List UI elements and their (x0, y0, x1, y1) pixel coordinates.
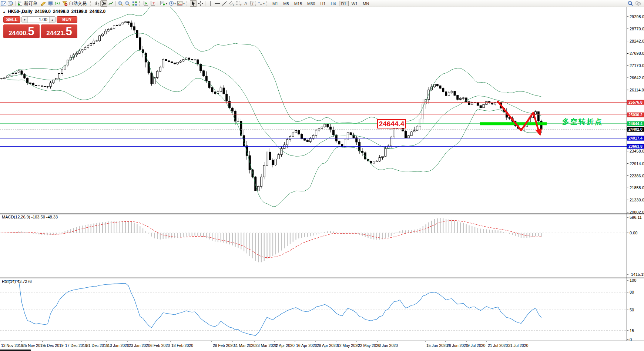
horizontal-line-icon[interactable] (214, 0, 221, 7)
rsi-label: RSI(14) 43.7276 (2, 279, 32, 284)
buy-price-main: 24421 (46, 27, 64, 39)
chart-title: ▲ HK50-,Daily 24199.0 24499.0 24199.0 24… (3, 9, 105, 14)
buy-button[interactable]: BUY (57, 16, 77, 23)
expand-marker-icon[interactable]: ▲ (3, 10, 6, 14)
templates-icon[interactable]: ▾ (177, 0, 185, 7)
symbol-period-label: HK50-,Daily (8, 9, 33, 14)
candlestick-series (0, 20, 542, 191)
trendline-icon[interactable] (221, 0, 228, 7)
periods-icon[interactable]: ▾ (168, 0, 177, 7)
price-axis-label: 27170.0 (630, 63, 644, 68)
crosshair-icon[interactable] (197, 0, 204, 7)
ohlc-low: 24199.0 (71, 9, 87, 14)
price-tag-24017.4: 24017.4 (627, 136, 644, 141)
text-label-icon[interactable]: T (249, 0, 256, 7)
line-chart-icon[interactable] (107, 0, 114, 7)
main-toolbar: 新订单 自动交易 ▾ ▾ ▾ E F A T ▾ M1M5M15M30H1H4D… (0, 0, 644, 7)
sell-button[interactable]: SELL (3, 16, 20, 23)
search-icon[interactable] (627, 0, 634, 7)
auto-trading-icon[interactable] (61, 0, 68, 7)
timeframe-button-W1[interactable]: W1 (349, 1, 360, 6)
timeframe-button-MN[interactable]: MN (360, 1, 371, 6)
price-axis-label: 27698.0 (630, 51, 644, 56)
date-axis-label: 13 Nov 2019 (1, 343, 23, 348)
sell-price-display[interactable]: 24400 . 5 (3, 24, 40, 38)
auto-scroll-icon[interactable] (142, 0, 150, 7)
date-axis-label: 26 Jun 2020 (447, 343, 468, 348)
date-axis-label: 12 May 2020 (337, 343, 360, 348)
date-axis-label: 22 May 2020 (358, 343, 380, 348)
volume-increase-button[interactable]: ▲ (49, 17, 55, 23)
price-callout-24644[interactable]: 24644.4 (378, 120, 406, 128)
toolbar-separator (15, 1, 16, 6)
date-axis-label: 25 Nov 2019 (23, 343, 45, 348)
scripts-icon[interactable] (40, 0, 47, 7)
timeframe-button-M1[interactable]: M1 (270, 1, 280, 6)
auto-trading-label[interactable]: 自动交易 (69, 0, 87, 7)
equidistant-channel-icon[interactable]: E (228, 0, 235, 7)
chat-icon[interactable] (634, 0, 642, 7)
tile-windows-icon[interactable] (131, 0, 138, 7)
zoom-out-icon[interactable] (124, 0, 131, 7)
date-axis-label: 28 Feb 2020 (213, 343, 235, 348)
data-window-icon[interactable] (7, 0, 14, 7)
bollinger-band-m (7, 33, 541, 157)
indicators-icon[interactable]: ▾ (159, 0, 168, 7)
volume-decrease-button[interactable]: ▼ (22, 17, 28, 23)
macd-histogram (1, 218, 541, 262)
price-axis-label: 26642.0 (630, 76, 644, 80)
charts-window-icon[interactable] (0, 0, 7, 7)
new-order-label[interactable]: 新订单 (24, 0, 37, 7)
new-order-icon[interactable] (17, 0, 24, 7)
svg-text:E: E (233, 4, 234, 6)
cn-annotation-turning-point[interactable]: 多空转折点 (562, 118, 603, 126)
date-axis-label: 17 Dec 2019 (65, 343, 87, 348)
price-axis-label: 21858.0 (630, 185, 644, 190)
signals-icon[interactable] (54, 0, 61, 7)
toolbar-separator (115, 1, 116, 6)
volume-box: ▼ 1.00 ▲ (21, 16, 56, 23)
timeframe-button-M15[interactable]: M15 (292, 1, 304, 6)
terminal-icon[interactable] (47, 0, 54, 7)
chart-shift-icon[interactable] (150, 0, 157, 7)
timeframe-button-M5[interactable]: M5 (281, 1, 291, 6)
chart-area[interactable]: 29298.028770.028242.027698.027170.026642… (0, 7, 644, 351)
price-tag-25030.2: 25030.2 (627, 113, 644, 117)
svg-text:A: A (244, 1, 247, 6)
price-axis-label: 23458.0 (630, 149, 644, 153)
candle-chart-icon[interactable] (100, 0, 107, 7)
rsi-axis-label: 100 (630, 278, 636, 283)
date-axis-label: 21 Jul 2020 (488, 343, 508, 348)
price-axis-label: 22914.0 (630, 161, 644, 166)
toolbar-separator (158, 1, 158, 6)
timeframe-button-H4[interactable]: H4 (329, 1, 338, 6)
timeframe-button-H1[interactable]: H1 (318, 1, 328, 6)
macd-axis-label: -1415.19 (630, 272, 644, 277)
text-tool-icon[interactable]: A (242, 0, 249, 7)
date-axis-label: 9 Jul 2020 (467, 343, 486, 348)
sell-price-main: 24400 (9, 27, 26, 39)
rsi-axis-label: 0 (630, 337, 632, 342)
date-axis-label: 31 Jul 2020 (508, 343, 528, 348)
toolbar-grip (139, 1, 142, 6)
bar-chart-icon[interactable] (93, 0, 100, 7)
date-axis-label: 6 Feb 2020 (150, 343, 170, 348)
date-axis-label: 18 Feb 2020 (171, 343, 193, 348)
cursor-icon[interactable] (190, 0, 197, 7)
buy-price-display[interactable]: 24421 . 5 (41, 24, 77, 38)
date-axis-label: 15 Jun 2020 (426, 343, 448, 348)
bollinger-band-u (7, 7, 541, 129)
timeframe-button-D1[interactable]: D1 (339, 1, 349, 6)
vertical-line-icon[interactable] (207, 0, 214, 7)
trend-arrow[interactable] (498, 101, 542, 136)
volume-input[interactable]: 1.00 (28, 17, 49, 22)
svg-text:23663.8: 23663.8 (628, 144, 643, 148)
arrows-tool-icon[interactable]: ▾ (256, 0, 265, 7)
timeframe-button-M30[interactable]: M30 (305, 1, 317, 6)
zoom-in-icon[interactable] (117, 0, 124, 7)
svg-text:24402.0: 24402.0 (628, 127, 643, 131)
svg-text:24644.4: 24644.4 (379, 120, 405, 128)
date-axis-label: 16 Apr 2020 (296, 343, 317, 348)
price-tag-24402.0: 24402.0 (627, 127, 644, 132)
fibonacci-icon[interactable]: F (235, 0, 242, 7)
